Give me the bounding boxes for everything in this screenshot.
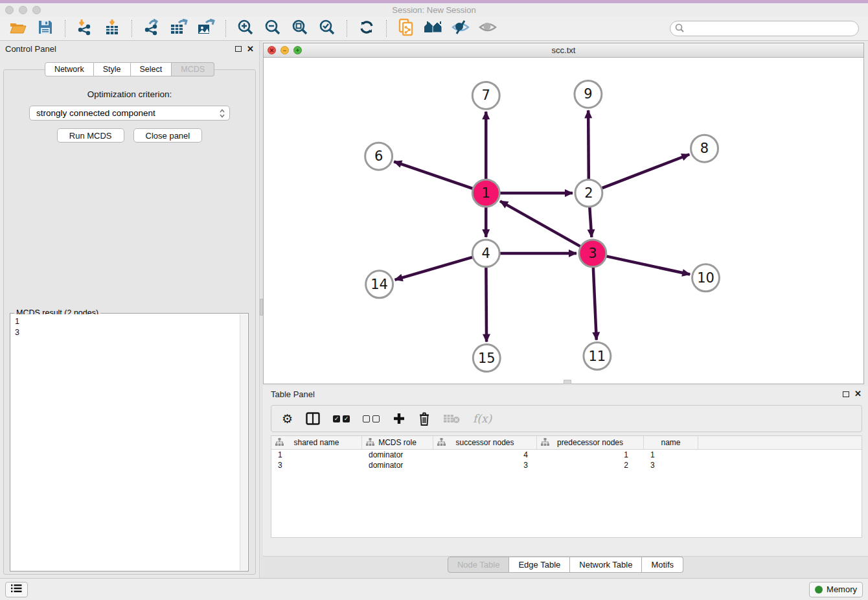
float-panel-icon[interactable]	[235, 46, 242, 52]
cell-shared-name[interactable]: 3	[271, 460, 362, 470]
control-panel-header: Control Panel ✕	[0, 41, 259, 57]
zoom-in-button[interactable]	[234, 19, 257, 38]
column-label: predecessor nodes	[557, 438, 623, 447]
cell-predecessor-nodes[interactable]: 1	[537, 450, 644, 460]
tab-mcds[interactable]: MCDS	[172, 62, 214, 76]
tab-node-table[interactable]: Node Table	[448, 557, 510, 573]
graph-node-label-7: 7	[482, 87, 490, 103]
mcds-result-text[interactable]: 1 3	[11, 314, 239, 570]
graph-edge-1-6[interactable]	[394, 161, 474, 189]
zoom-window-button[interactable]	[32, 6, 41, 14]
float-table-panel-icon[interactable]	[843, 391, 849, 397]
graph-node-label-6: 6	[374, 148, 383, 164]
network-resize-grip[interactable]	[564, 380, 571, 384]
network-close-button[interactable]: ✕	[268, 46, 276, 54]
home-button[interactable]	[422, 19, 445, 38]
column-layout-icon[interactable]	[306, 412, 320, 425]
column-header-name[interactable]: name	[644, 436, 698, 449]
column-header-mcds-role[interactable]: MCDS role	[362, 436, 433, 449]
table-row[interactable]: 1 dominator 4 1 1	[271, 450, 862, 460]
cell-mcds-role[interactable]: dominator	[362, 450, 433, 460]
graph-node-label-8: 8	[700, 141, 709, 156]
tab-select[interactable]: Select	[131, 62, 172, 76]
graph-edge-3-11[interactable]	[593, 266, 597, 340]
graph-edge-2-3[interactable]	[589, 205, 591, 237]
close-window-button[interactable]	[5, 6, 14, 14]
close-panel-icon[interactable]: ✕	[247, 46, 254, 52]
hide-panel-button[interactable]	[449, 19, 472, 38]
task-history-button[interactable]	[5, 582, 28, 597]
column-header-successor-nodes[interactable]: successor nodes	[433, 436, 537, 449]
export-table-button[interactable]	[167, 19, 190, 38]
graph-edge-2-8[interactable]	[600, 154, 690, 189]
select-all-icon[interactable]: ✓✓	[333, 415, 350, 422]
cell-successor-nodes[interactable]: 3	[433, 460, 537, 470]
table-row[interactable]: 3 dominator 3 2 3	[271, 460, 862, 470]
graph-edge-3-1[interactable]	[500, 201, 582, 247]
function-builder-icon: f(x)	[473, 412, 492, 425]
table-tabs: Node Table Edge Table Network Table Moti…	[263, 557, 868, 573]
cell-name[interactable]: 3	[644, 460, 698, 470]
zoom-in-icon	[237, 19, 254, 38]
cell-predecessor-nodes[interactable]: 2	[537, 460, 644, 470]
network-maximize-button[interactable]: +	[293, 46, 302, 54]
cell-successor-nodes[interactable]: 4	[433, 450, 537, 460]
graph-edge-4-15[interactable]	[486, 266, 486, 342]
cell-name[interactable]: 1	[644, 450, 698, 460]
memory-button[interactable]: Memory	[809, 582, 863, 597]
close-panel-button[interactable]: Close panel	[133, 128, 203, 143]
mcds-result-box: MCDS result (2 nodes) 1 3	[10, 313, 249, 571]
import-table-icon	[104, 19, 120, 38]
cell-shared-name[interactable]: 1	[271, 450, 362, 460]
network-canvas[interactable]: 7968124314101511	[264, 58, 863, 384]
tab-network[interactable]: Network	[45, 62, 94, 76]
delete-column-icon[interactable]	[418, 412, 430, 426]
app-window: Session: New Session	[0, 0, 868, 600]
run-mcds-button[interactable]: Run MCDS	[57, 128, 124, 143]
criterion-dropdown[interactable]: strongly connected component	[29, 106, 230, 121]
export-image-button[interactable]	[194, 19, 218, 38]
apply-layout-button[interactable]	[355, 19, 378, 38]
result-scrollbar[interactable]	[240, 314, 247, 570]
export-network-icon	[143, 19, 160, 38]
cell-mcds-role[interactable]: dominator	[362, 460, 433, 470]
hierarchy-icon	[437, 438, 446, 448]
network-minimize-button[interactable]: −	[280, 46, 289, 54]
graph-edge-3-10[interactable]	[604, 256, 690, 275]
import-table-button[interactable]	[100, 19, 124, 38]
close-table-panel-icon[interactable]: ✕	[854, 391, 862, 397]
toolbar-separator	[347, 20, 347, 37]
add-column-icon[interactable]	[393, 412, 405, 425]
show-hide-button[interactable]	[476, 19, 499, 38]
import-network-icon	[76, 19, 93, 38]
graph-edge-2-9[interactable]	[588, 110, 589, 181]
graph-node-label-14: 14	[371, 277, 388, 292]
search-icon	[675, 23, 685, 36]
graph-node-label-2: 2	[584, 185, 593, 201]
refresh-layout-icon	[359, 19, 374, 38]
graph-node-label-15: 15	[478, 351, 496, 366]
tab-motifs[interactable]: Motifs	[642, 557, 683, 573]
column-header-shared-name[interactable]: shared name	[271, 436, 362, 449]
save-session-button[interactable]	[34, 19, 57, 38]
open-session-button[interactable]	[6, 19, 30, 38]
export-network-button[interactable]	[140, 19, 163, 38]
zoom-selected-button[interactable]	[315, 19, 339, 38]
import-network-button[interactable]	[73, 19, 97, 38]
column-header-predecessor-nodes[interactable]: predecessor nodes	[537, 436, 644, 449]
graph-edge-4-14[interactable]	[395, 257, 475, 280]
eye-icon	[479, 21, 497, 36]
zoom-fit-button[interactable]	[288, 19, 312, 38]
graph-node-label-4: 4	[482, 246, 490, 261]
settings-gear-icon[interactable]: ⚙	[282, 411, 293, 426]
tab-network-table[interactable]: Network Table	[570, 557, 642, 573]
titlebar: Session: New Session	[0, 3, 868, 17]
search-input[interactable]	[670, 21, 859, 36]
deselect-all-icon[interactable]	[363, 415, 380, 422]
clone-network-button[interactable]	[394, 19, 418, 38]
tab-style[interactable]: Style	[94, 62, 131, 76]
memory-label: Memory	[827, 584, 857, 594]
minimize-window-button[interactable]	[19, 6, 27, 14]
zoom-out-button[interactable]	[261, 19, 284, 38]
tab-edge-table[interactable]: Edge Table	[509, 557, 570, 573]
